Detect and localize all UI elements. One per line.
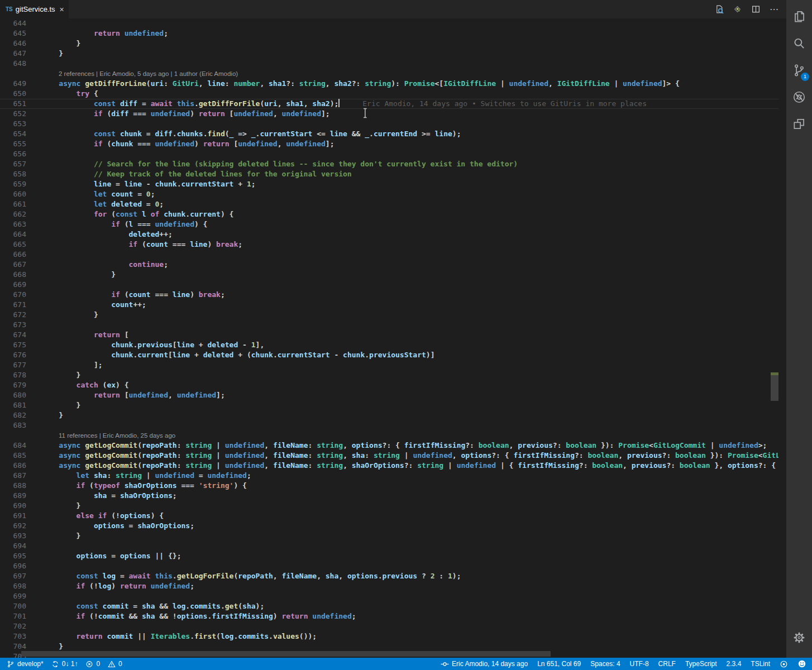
line-number[interactable]: 691 (0, 511, 26, 521)
line-number[interactable]: 655 (0, 139, 26, 149)
code-line[interactable]: 692 options = shaOrOptions; (0, 521, 778, 531)
code-line[interactable]: 690 } (0, 501, 778, 511)
line-number[interactable]: 684 (0, 441, 26, 451)
code-line[interactable]: 682 } (0, 410, 778, 420)
settings-gear-icon[interactable] (786, 626, 812, 649)
line-number[interactable]: 645 (0, 28, 26, 39)
code-line[interactable]: 697 const log = await this.getLogForFile… (0, 571, 778, 581)
code-line[interactable]: 699 (0, 591, 778, 601)
error-count[interactable]: 0 (85, 660, 100, 668)
line-number[interactable]: 681 (0, 400, 26, 410)
code-line[interactable]: 702 (0, 621, 778, 631)
line-number[interactable]: 697 (0, 571, 26, 581)
line-number[interactable]: 682 (0, 410, 26, 420)
close-icon[interactable]: × (60, 6, 64, 13)
code-line[interactable]: 661 let deleted = 0; (0, 199, 778, 209)
code-line[interactable]: 673 (0, 320, 778, 330)
code-line[interactable]: 671 count++; (0, 300, 778, 310)
code-line[interactable]: 667 continue; (0, 260, 778, 270)
line-number[interactable]: 686 (0, 461, 26, 471)
code-line[interactable]: 655 if (chunk === undefined) return [und… (0, 139, 778, 149)
line-number[interactable]: 673 (0, 320, 26, 330)
code-line[interactable]: 675 chunk.previous[line + deleted - 1], (0, 340, 778, 350)
line-number[interactable]: 701 (0, 611, 26, 621)
line-number[interactable]: 670 (0, 290, 26, 300)
code-line[interactable]: 652 if (diff === undefined) return [unde… (0, 109, 778, 119)
code-line[interactable]: 674 return [ (0, 330, 778, 340)
code-line[interactable]: 700 const commit = sha && log.commits.ge… (0, 601, 778, 611)
code-line[interactable]: 683 (0, 420, 778, 430)
eol[interactable]: CRLF (658, 660, 676, 668)
line-number[interactable]: 657 (0, 159, 26, 169)
line-number[interactable]: 685 (0, 451, 26, 461)
code-line[interactable]: 688 if (typeof shaOrOptions === 'string'… (0, 481, 778, 491)
line-number[interactable]: 656 (0, 149, 26, 159)
code-line[interactable]: 678 } (0, 370, 778, 380)
code-line[interactable]: 693 } (0, 531, 778, 541)
tab-gitservice-ts[interactable]: TS gitService.ts × (0, 0, 69, 18)
code-line[interactable]: 646 } (0, 39, 778, 49)
code-line[interactable]: 668 } (0, 270, 778, 280)
code-line[interactable]: 687 let sha: string | undefined = undefi… (0, 471, 778, 481)
split-editor-icon[interactable] (751, 4, 761, 14)
code-line[interactable]: 653 (0, 119, 778, 129)
source-control-icon[interactable]: 1 (786, 59, 812, 82)
file-search-icon[interactable] (714, 4, 724, 14)
code-line[interactable]: 694 (0, 541, 778, 551)
code-line[interactable]: 677 ]; (0, 360, 778, 370)
code-line[interactable]: 658 // Keep track of the deleted lines f… (0, 169, 778, 179)
line-number[interactable]: 700 (0, 601, 26, 611)
line-number[interactable]: 647 (0, 49, 26, 59)
cursor-position[interactable]: Ln 651, Col 69 (537, 660, 581, 668)
codelens[interactable]: 2 references | Eric Amodio, 5 days ago |… (0, 69, 778, 79)
line-number[interactable]: 648 (0, 59, 26, 69)
horizontal-scrollbar-thumb[interactable] (21, 651, 551, 657)
code-line[interactable]: 647 } (0, 49, 778, 59)
line-number[interactable]: 667 (0, 260, 26, 270)
indentation[interactable]: Spaces: 4 (590, 660, 620, 668)
line-number[interactable]: 659 (0, 179, 26, 189)
line-number[interactable]: 666 (0, 250, 26, 260)
line-number[interactable]: 649 (0, 79, 26, 89)
line-number[interactable]: 703 (0, 631, 26, 642)
line-number[interactable]: 678 (0, 370, 26, 380)
line-number[interactable]: 674 (0, 330, 26, 340)
tslint-status[interactable]: TSLint (751, 660, 770, 668)
line-number[interactable]: 646 (0, 39, 26, 49)
code-line[interactable]: 704 } (0, 642, 778, 652)
code-line[interactable]: 659 line = line - chunk.currentStart + 1… (0, 179, 778, 189)
line-number[interactable]: 693 (0, 531, 26, 541)
code-line[interactable]: 676 chunk.current[line + deleted + (chun… (0, 350, 778, 360)
code-line[interactable]: 670 if (count === line) break; (0, 290, 778, 300)
line-number[interactable]: 702 (0, 621, 26, 631)
code-line[interactable]: 649 async getDiffForLine(uri: GitUri, li… (0, 79, 778, 89)
more-actions-icon[interactable]: ⋯ (770, 5, 778, 14)
line-number[interactable]: 696 (0, 561, 26, 571)
search-icon[interactable] (786, 32, 812, 55)
line-number[interactable]: 695 (0, 551, 26, 561)
line-number[interactable]: 664 (0, 229, 26, 240)
line-number[interactable]: 676 (0, 350, 26, 360)
git-branch-status[interactable]: develop* (7, 660, 44, 668)
debug-icon[interactable] (786, 86, 812, 108)
code-line[interactable]: 686 async getLogCommit(repoPath: string … (0, 461, 778, 471)
line-number[interactable]: 692 (0, 521, 26, 531)
line-number[interactable]: 704 (0, 642, 26, 652)
line-number[interactable]: 671 (0, 300, 26, 310)
encoding[interactable]: UTF-8 (630, 660, 649, 668)
line-number[interactable]: 677 (0, 360, 26, 370)
code-line[interactable]: 662 for (const l of chunk.current) { (0, 209, 778, 219)
code-line[interactable]: 701 if (!commit && sha && !options.first… (0, 611, 778, 621)
code-line[interactable]: 669 (0, 280, 778, 290)
code-line[interactable]: 703 return commit || Iterables.first(log… (0, 631, 778, 642)
codelens[interactable]: 11 references | Eric Amodio, 25 days ago (0, 430, 778, 441)
code-line[interactable]: 698 if (!log) return undefined; (0, 581, 778, 591)
explorer-icon[interactable] (786, 6, 812, 28)
line-number[interactable]: 651 (0, 99, 26, 109)
warning-count[interactable]: 0 (108, 660, 122, 668)
code-line[interactable]: 657 // Search for the line (skipping del… (0, 159, 778, 169)
line-number[interactable]: 688 (0, 481, 26, 491)
code-line[interactable]: 654 const chunk = diff.chunks.find(_ => … (0, 129, 778, 139)
line-number[interactable]: 650 (0, 89, 26, 99)
feedback[interactable] (780, 660, 788, 668)
